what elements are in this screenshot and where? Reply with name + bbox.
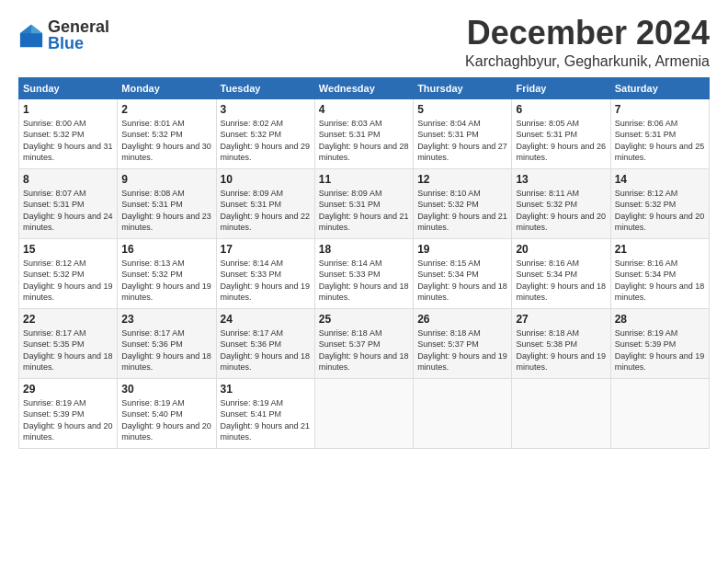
table-row: 28 Sunrise: 8:19 AM Sunset: 5:39 PM Dayl…	[610, 308, 709, 378]
table-row: 6 Sunrise: 8:05 AM Sunset: 5:31 PM Dayli…	[512, 98, 610, 168]
table-row: 1 Sunrise: 8:00 AM Sunset: 5:32 PM Dayli…	[19, 98, 118, 168]
table-row: 30 Sunrise: 8:19 AM Sunset: 5:40 PM Dayl…	[118, 378, 216, 448]
table-row: 18 Sunrise: 8:14 AM Sunset: 5:33 PM Dayl…	[314, 238, 413, 308]
day-number: 21	[615, 243, 705, 256]
col-thursday: Thursday	[414, 77, 512, 98]
day-info: Sunrise: 8:00 AM Sunset: 5:32 PM Dayligh…	[23, 118, 113, 164]
month-title: December 2024	[465, 15, 710, 52]
table-row: 23 Sunrise: 8:17 AM Sunset: 5:36 PM Dayl…	[118, 308, 216, 378]
day-number: 29	[23, 383, 113, 396]
table-row: 31 Sunrise: 8:19 AM Sunset: 5:41 PM Dayl…	[216, 378, 314, 448]
day-info: Sunrise: 8:09 AM Sunset: 5:31 PM Dayligh…	[319, 188, 409, 234]
col-wednesday: Wednesday	[314, 77, 413, 98]
table-row: 17 Sunrise: 8:14 AM Sunset: 5:33 PM Dayl…	[216, 238, 314, 308]
day-info: Sunrise: 8:18 AM Sunset: 5:37 PM Dayligh…	[319, 327, 409, 373]
day-info: Sunrise: 8:12 AM Sunset: 5:32 PM Dayligh…	[23, 258, 113, 304]
day-info: Sunrise: 8:19 AM Sunset: 5:39 PM Dayligh…	[23, 397, 113, 443]
day-info: Sunrise: 8:10 AM Sunset: 5:32 PM Dayligh…	[417, 188, 507, 234]
table-row	[512, 378, 610, 448]
day-info: Sunrise: 8:08 AM Sunset: 5:31 PM Dayligh…	[121, 188, 211, 234]
day-number: 25	[319, 313, 409, 326]
day-info: Sunrise: 8:17 AM Sunset: 5:36 PM Dayligh…	[121, 327, 211, 373]
day-info: Sunrise: 8:18 AM Sunset: 5:37 PM Dayligh…	[417, 327, 507, 373]
table-row: 24 Sunrise: 8:17 AM Sunset: 5:36 PM Dayl…	[216, 308, 314, 378]
day-number: 4	[319, 103, 409, 116]
day-number: 11	[319, 173, 409, 186]
calendar-week-5: 29 Sunrise: 8:19 AM Sunset: 5:39 PM Dayl…	[19, 378, 710, 448]
table-row: 25 Sunrise: 8:18 AM Sunset: 5:37 PM Dayl…	[314, 308, 413, 378]
table-row: 16 Sunrise: 8:13 AM Sunset: 5:32 PM Dayl…	[118, 238, 216, 308]
day-number: 30	[121, 383, 211, 396]
day-info: Sunrise: 8:11 AM Sunset: 5:32 PM Dayligh…	[516, 188, 606, 234]
day-info: Sunrise: 8:07 AM Sunset: 5:31 PM Dayligh…	[23, 188, 113, 234]
day-info: Sunrise: 8:19 AM Sunset: 5:41 PM Dayligh…	[221, 397, 311, 443]
calendar-table: Sunday Monday Tuesday Wednesday Thursday…	[18, 77, 710, 449]
logo-text: General Blue	[48, 18, 109, 52]
day-number: 28	[615, 313, 705, 326]
day-info: Sunrise: 8:17 AM Sunset: 5:35 PM Dayligh…	[23, 327, 113, 373]
day-number: 19	[417, 243, 507, 256]
day-info: Sunrise: 8:14 AM Sunset: 5:33 PM Dayligh…	[319, 258, 409, 304]
day-number: 13	[516, 173, 606, 186]
table-row: 29 Sunrise: 8:19 AM Sunset: 5:39 PM Dayl…	[19, 378, 118, 448]
calendar-header-row: Sunday Monday Tuesday Wednesday Thursday…	[19, 77, 710, 98]
day-number: 16	[121, 243, 211, 256]
logo: General Blue	[18, 18, 109, 52]
table-row	[610, 378, 709, 448]
day-number: 1	[23, 103, 113, 116]
day-info: Sunrise: 8:06 AM Sunset: 5:31 PM Dayligh…	[615, 118, 705, 164]
table-row	[314, 378, 413, 448]
day-number: 15	[23, 243, 113, 256]
table-row: 3 Sunrise: 8:02 AM Sunset: 5:32 PM Dayli…	[216, 98, 314, 168]
table-row: 27 Sunrise: 8:18 AM Sunset: 5:38 PM Dayl…	[512, 308, 610, 378]
col-friday: Friday	[512, 77, 610, 98]
day-number: 7	[615, 103, 705, 116]
table-row: 15 Sunrise: 8:12 AM Sunset: 5:32 PM Dayl…	[19, 238, 118, 308]
col-saturday: Saturday	[610, 77, 709, 98]
table-row: 21 Sunrise: 8:16 AM Sunset: 5:34 PM Dayl…	[610, 238, 709, 308]
day-info: Sunrise: 8:04 AM Sunset: 5:31 PM Dayligh…	[417, 118, 507, 164]
day-info: Sunrise: 8:03 AM Sunset: 5:31 PM Dayligh…	[319, 118, 409, 164]
day-info: Sunrise: 8:15 AM Sunset: 5:34 PM Dayligh…	[417, 258, 507, 304]
table-row: 8 Sunrise: 8:07 AM Sunset: 5:31 PM Dayli…	[19, 168, 118, 238]
table-row: 4 Sunrise: 8:03 AM Sunset: 5:31 PM Dayli…	[314, 98, 413, 168]
table-row: 22 Sunrise: 8:17 AM Sunset: 5:35 PM Dayl…	[19, 308, 118, 378]
header: General Blue December 2024 Karchaghbyur,…	[18, 15, 710, 70]
table-row: 5 Sunrise: 8:04 AM Sunset: 5:31 PM Dayli…	[414, 98, 512, 168]
day-number: 9	[121, 173, 211, 186]
svg-marker-1	[31, 25, 42, 33]
table-row: 11 Sunrise: 8:09 AM Sunset: 5:31 PM Dayl…	[314, 168, 413, 238]
day-number: 26	[417, 313, 507, 326]
table-row: 20 Sunrise: 8:16 AM Sunset: 5:34 PM Dayl…	[512, 238, 610, 308]
location-title: Karchaghbyur, Gegharkunik, Armenia	[465, 53, 710, 70]
day-number: 12	[417, 173, 507, 186]
table-row: 19 Sunrise: 8:15 AM Sunset: 5:34 PM Dayl…	[414, 238, 512, 308]
day-number: 20	[516, 243, 606, 256]
day-number: 2	[121, 103, 211, 116]
day-info: Sunrise: 8:16 AM Sunset: 5:34 PM Dayligh…	[615, 258, 705, 304]
day-number: 3	[221, 103, 311, 116]
logo-icon	[18, 23, 44, 49]
table-row: 13 Sunrise: 8:11 AM Sunset: 5:32 PM Dayl…	[512, 168, 610, 238]
day-number: 5	[417, 103, 507, 116]
table-row: 12 Sunrise: 8:10 AM Sunset: 5:32 PM Dayl…	[414, 168, 512, 238]
table-row: 2 Sunrise: 8:01 AM Sunset: 5:32 PM Dayli…	[118, 98, 216, 168]
table-row	[414, 378, 512, 448]
table-row: 26 Sunrise: 8:18 AM Sunset: 5:37 PM Dayl…	[414, 308, 512, 378]
col-tuesday: Tuesday	[216, 77, 314, 98]
day-info: Sunrise: 8:19 AM Sunset: 5:40 PM Dayligh…	[121, 397, 211, 443]
page: General Blue December 2024 Karchaghbyur,…	[0, 0, 728, 458]
day-info: Sunrise: 8:02 AM Sunset: 5:32 PM Dayligh…	[221, 118, 311, 164]
day-info: Sunrise: 8:05 AM Sunset: 5:31 PM Dayligh…	[516, 118, 606, 164]
logo-blue-text: Blue	[48, 35, 109, 52]
calendar-week-1: 1 Sunrise: 8:00 AM Sunset: 5:32 PM Dayli…	[19, 98, 710, 168]
day-info: Sunrise: 8:12 AM Sunset: 5:32 PM Dayligh…	[615, 188, 705, 234]
day-number: 6	[516, 103, 606, 116]
day-number: 8	[23, 173, 113, 186]
day-info: Sunrise: 8:16 AM Sunset: 5:34 PM Dayligh…	[516, 258, 606, 304]
day-number: 14	[615, 173, 705, 186]
day-info: Sunrise: 8:19 AM Sunset: 5:39 PM Dayligh…	[615, 327, 705, 373]
day-number: 10	[221, 173, 311, 186]
col-monday: Monday	[118, 77, 216, 98]
table-row: 10 Sunrise: 8:09 AM Sunset: 5:31 PM Dayl…	[216, 168, 314, 238]
